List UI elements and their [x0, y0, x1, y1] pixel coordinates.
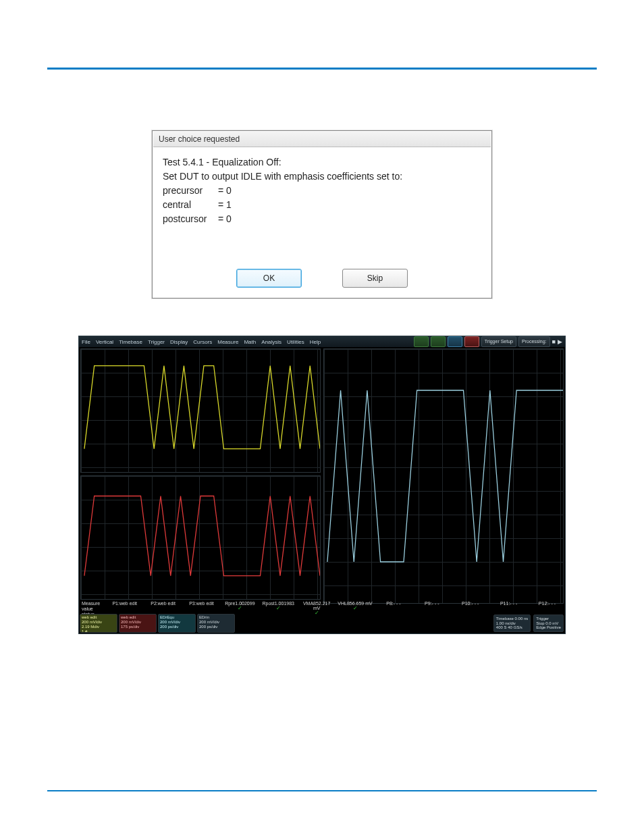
- scope-bottom-right: Timebase 0.00 ns 1.00 ns/div 400 S 40 GS…: [493, 615, 564, 632]
- channel-box[interactable]: EDrEqu 200 mV/div 200 ps/div: [158, 614, 196, 633]
- coeff-label: precursor: [163, 184, 215, 198]
- stop-icon[interactable]: ■: [552, 338, 556, 345]
- measurement-cell: P2:web edit: [145, 601, 181, 606]
- ok-button[interactable]: OK: [236, 269, 302, 288]
- coeff-value: = 0: [218, 185, 232, 196]
- meas-label: Measure: [82, 601, 100, 606]
- measurement-cell: P9:- - -: [414, 601, 450, 606]
- scope-left-column: [79, 347, 322, 601]
- measurement-cell: VHL856.659 mV✓: [338, 601, 373, 611]
- measurement-cell: Rpost1.001983✓: [261, 601, 296, 611]
- menu-item[interactable]: Vertical: [96, 339, 113, 345]
- dialog-body: Test 5.4.1 - Equalization Off: Set DUT t…: [153, 147, 491, 263]
- dialog-holder: User choice requested Test 5.4.1 - Equal…: [47, 130, 597, 298]
- measurement-cell: P10:- - -: [452, 601, 488, 606]
- scope-toolbar: Trigger Setup Processing: ■ ▶: [414, 336, 562, 347]
- channel-box[interactable]: web edit 200 mV/div 2.19 Mdiv 1 #: [80, 614, 117, 633]
- processing-label: Processing:: [518, 336, 550, 347]
- measurement-row: Measure value status P1:web edit P2:web …: [79, 601, 565, 613]
- menu-item[interactable]: Timebase: [119, 339, 142, 345]
- measurement-cell: P12:- - -: [529, 601, 565, 606]
- menu-item[interactable]: Measure: [217, 339, 238, 345]
- waveform-panel-cyan: [323, 348, 564, 604]
- measurement-cell: P1:web edit: [107, 601, 142, 606]
- user-choice-dialog: User choice requested Test 5.4.1 - Equal…: [152, 130, 492, 298]
- measurement-cell: Rpre1.002099✓: [222, 601, 258, 611]
- oscilloscope-window: File Vertical Timebase Trigger Display C…: [79, 336, 565, 633]
- menu-item[interactable]: Math: [244, 339, 256, 345]
- waveform-panel-yellow: [80, 348, 321, 473]
- trigger-box[interactable]: Trigger Stop 0.0 mV Edge Positive: [533, 615, 564, 632]
- coeff-row: central = 1: [163, 198, 481, 212]
- coeff-row: precursor = 0: [163, 184, 481, 198]
- channel-box[interactable]: web edit 200 mV/div 175 ps/div: [119, 614, 157, 633]
- measurement-cell: P3:web edit: [184, 601, 219, 606]
- oscilloscope-figure: File Vertical Timebase Trigger Display C…: [47, 336, 597, 633]
- check-icon: ✓: [261, 606, 296, 611]
- skip-button[interactable]: Skip: [342, 269, 408, 288]
- menu-item[interactable]: Cursors: [193, 339, 212, 345]
- footer-rule: [47, 790, 597, 791]
- menu-item[interactable]: Help: [310, 339, 321, 345]
- coeff-label: central: [163, 198, 215, 212]
- scope-right-column: [322, 347, 565, 601]
- timebase-box[interactable]: Timebase 0.00 ns 1.00 ns/div 400 S 40 GS…: [493, 615, 531, 632]
- play-icon[interactable]: ▶: [558, 338, 562, 345]
- menu-item[interactable]: File: [82, 339, 90, 345]
- toolbar-record-icon[interactable]: [464, 336, 479, 347]
- waveform-panel-red: [80, 475, 321, 600]
- dialog-button-row: OK Skip: [153, 263, 491, 297]
- measurement-cell: P8:- - -: [375, 601, 411, 606]
- dialog-titlebar: User choice requested: [153, 132, 491, 147]
- channel-boxes: web edit 200 mV/div 2.19 Mdiv 1 # web ed…: [79, 613, 236, 633]
- toolbar-green-icon[interactable]: [431, 336, 446, 347]
- meas-label: value: [82, 606, 100, 611]
- page: User choice requested Test 5.4.1 - Equal…: [0, 0, 644, 834]
- channel-box[interactable]: EDrin 200 mV/div 200 ps/div: [197, 614, 235, 633]
- measurement-cell: P11:- - -: [491, 601, 527, 606]
- dialog-heading: Test 5.4.1 - Equalization Off:: [163, 155, 481, 170]
- check-icon: ✓: [222, 606, 258, 611]
- coeff-value: = 0: [218, 213, 232, 224]
- menu-item[interactable]: Trigger: [148, 339, 165, 345]
- dialog-instruction: Set DUT to output IDLE with emphasis coe…: [163, 170, 481, 184]
- menu-item[interactable]: Analysis: [261, 339, 281, 345]
- menu-item[interactable]: Utilities: [287, 339, 304, 345]
- trigger-setup-button[interactable]: Trigger Setup: [481, 336, 516, 347]
- coeff-label: postcursor: [163, 212, 215, 226]
- check-icon: ✓: [338, 606, 373, 611]
- coeff-row: postcursor = 0: [163, 212, 481, 226]
- measurement-cell: VMA852.217 mV✓: [299, 601, 335, 616]
- toolbar-blue-icon[interactable]: [448, 336, 462, 347]
- menu-item[interactable]: Display: [170, 339, 188, 345]
- coeff-value: = 1: [218, 199, 232, 210]
- header-rule: [47, 68, 597, 70]
- toolbar-green-icon[interactable]: [414, 336, 429, 347]
- scope-display-area: [79, 347, 565, 601]
- check-icon: ✓: [299, 610, 335, 616]
